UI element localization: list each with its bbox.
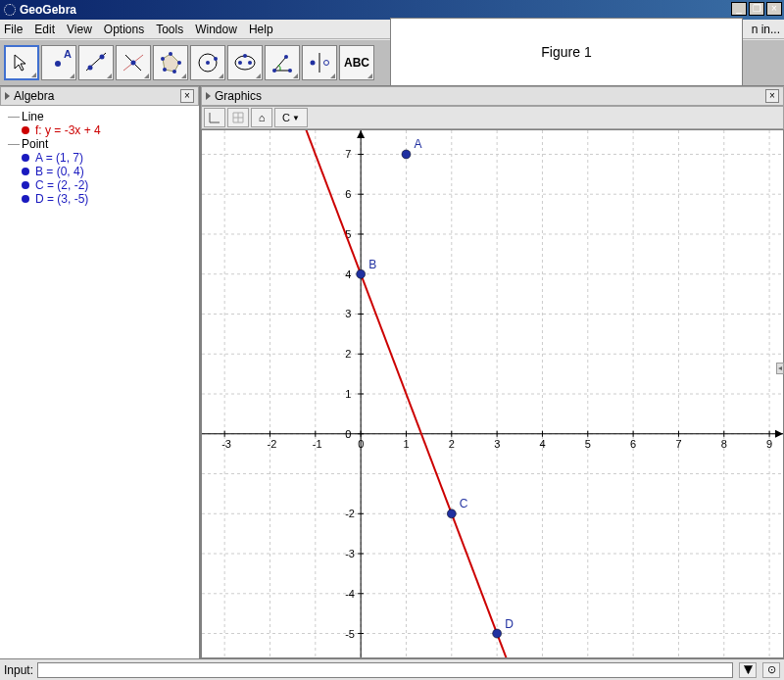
input-bar: Input: ⯆ ⊙ [0,658,784,680]
window-title: GeoGebra [20,3,76,17]
close-button[interactable]: × [766,2,782,16]
caret-icon [206,92,211,100]
circle-icon [194,49,221,76]
svg-text:8: 8 [721,438,727,450]
menu-signin[interactable]: n in... [752,23,780,36]
item-a[interactable]: A = (1, 7) [22,151,195,165]
menu-edit[interactable]: Edit [34,23,55,36]
group-line[interactable]: Line [22,110,44,123]
item-c[interactable]: C = (2, -2) [22,178,195,192]
restore-button[interactable]: ❐ [749,2,764,16]
svg-text:0: 0 [345,428,351,440]
svg-point-111 [447,510,456,518]
svg-text:9: 9 [766,438,772,450]
minimize-button[interactable]: _ [731,2,747,16]
graphics-panel: Graphics × ⌂ C▼ -3-2-10123456789-5-4-3-2… [201,86,784,658]
svg-text:-2: -2 [345,508,355,519]
menu-file[interactable]: File [4,23,23,36]
svg-point-10 [172,70,176,73]
command-input[interactable] [37,662,733,678]
point-dot-icon [22,195,29,203]
menu-window[interactable]: Window [195,23,237,36]
caret-icon [5,92,10,100]
svg-point-18 [248,61,252,65]
tool-line[interactable] [78,45,114,80]
tool-reflect[interactable] [302,45,337,80]
window-title-bar: GeoGebra _ ❐ × [0,0,784,20]
tool-angle[interactable] [265,45,300,80]
point-a-label: A [64,48,72,60]
reflect-icon [306,49,333,76]
svg-text:1: 1 [345,388,351,400]
svg-point-24 [311,61,316,66]
toggle-grid-button[interactable] [227,108,249,127]
perpendicular-icon [120,49,147,76]
svg-text:-3: -3 [345,548,355,559]
svg-text:-2: -2 [267,438,276,450]
svg-point-9 [177,61,181,65]
tool-point[interactable]: A [41,45,76,80]
svg-point-25 [324,61,329,66]
chevron-down-icon: ▼ [292,114,300,122]
window-controls: _ ❐ × [731,2,782,16]
graphics-canvas[interactable]: -3-2-10123456789-5-4-3-201234567ABCD [201,129,784,658]
svg-point-19 [243,54,247,58]
svg-text:A: A [414,137,421,151]
menu-help[interactable]: Help [249,23,273,36]
menu-view[interactable]: View [67,23,92,36]
svg-point-22 [284,55,288,59]
algebra-title: Algebra [14,89,54,103]
svg-point-21 [288,69,292,73]
svg-text:D: D [505,617,514,631]
svg-text:3: 3 [494,438,500,450]
ellipse-icon [231,49,259,76]
group-point[interactable]: Point [22,137,48,151]
algebra-header[interactable]: Algebra × [0,86,199,106]
svg-text:3: 3 [345,308,351,319]
svg-text:6: 6 [630,438,636,450]
svg-text:-4: -4 [345,588,355,600]
tool-text[interactable]: ABC [339,45,374,80]
tool-circle[interactable] [190,45,225,80]
svg-text:5: 5 [585,438,591,450]
figure-banner: Figure 1 [390,18,743,86]
toggle-axes-button[interactable] [204,108,225,127]
input-enter-button[interactable]: ⊙ [762,662,780,678]
svg-point-20 [272,69,276,73]
graphics-close-button[interactable]: × [765,89,779,103]
figure-title: Figure 1 [541,44,591,60]
tool-move[interactable] [4,45,39,80]
svg-text:7: 7 [675,438,681,450]
svg-point-11 [163,68,167,72]
menu-options[interactable]: Options [104,23,144,36]
right-dock-handle[interactable]: ◂ [776,363,784,374]
svg-point-12 [161,57,165,61]
svg-text:-5: -5 [345,628,355,640]
point-capture-dropdown[interactable]: C▼ [274,108,308,127]
item-d[interactable]: D = (3, -5) [22,192,195,206]
item-b[interactable]: B = (0, 4) [22,165,195,178]
graphics-toolbar: ⌂ C▼ [201,106,784,129]
tool-polygon[interactable] [153,45,188,80]
tool-ellipse[interactable] [227,45,263,80]
svg-point-14 [206,61,210,65]
svg-text:-1: -1 [313,438,322,450]
item-f[interactable]: f: y = -3x + 4 [22,123,195,137]
polygon-icon [157,49,184,76]
app-icon [4,4,16,16]
line-icon [82,49,110,76]
tool-perpendicular[interactable] [116,45,151,80]
algebra-panel: Algebra × —Line f: y = -3x + 4 —Point A … [0,86,201,658]
svg-text:4: 4 [539,438,545,450]
svg-text:4: 4 [345,268,351,280]
algebra-close-button[interactable]: × [180,89,194,103]
svg-text:1: 1 [403,438,409,450]
input-label: Input: [4,663,33,677]
home-button[interactable]: ⌂ [251,108,272,127]
svg-point-107 [402,150,411,159]
menu-tools[interactable]: Tools [156,23,183,36]
graphics-header[interactable]: Graphics × [201,86,784,106]
input-help-button[interactable]: ⯆ [739,662,757,678]
graphics-title: Graphics [215,89,262,103]
svg-text:2: 2 [345,348,351,360]
